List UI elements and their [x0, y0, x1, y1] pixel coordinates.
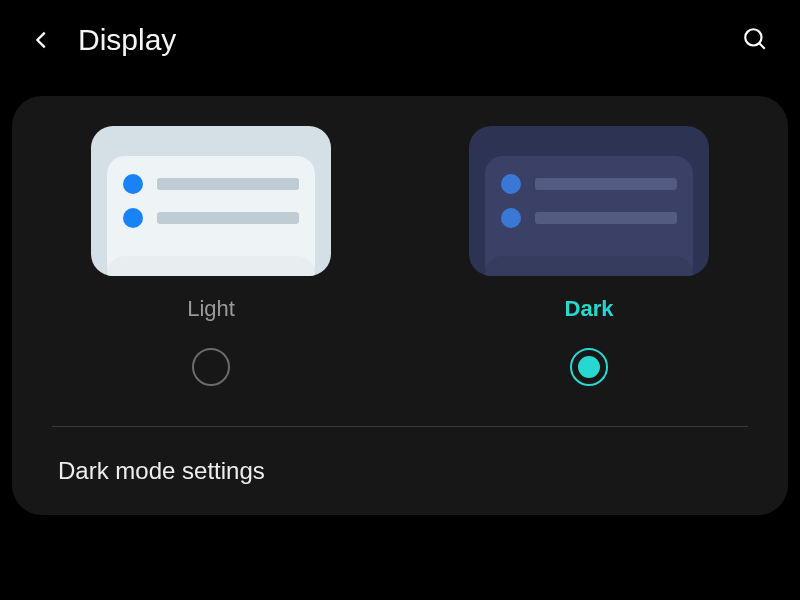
preview-dot-icon	[501, 208, 521, 228]
chevron-left-icon	[31, 29, 53, 51]
theme-label-light: Light	[187, 296, 235, 322]
preview-line	[123, 174, 299, 194]
theme-option-light[interactable]: Light	[52, 126, 370, 386]
light-theme-preview	[91, 126, 331, 276]
svg-line-1	[759, 43, 764, 48]
preview-reflection	[485, 256, 693, 276]
preview-dot-icon	[123, 208, 143, 228]
preview-bar	[157, 178, 299, 190]
radio-light[interactable]	[192, 348, 230, 386]
search-icon	[742, 26, 768, 52]
preview-bar	[157, 212, 299, 224]
preview-reflection	[107, 256, 315, 276]
page-title: Display	[78, 23, 176, 57]
search-button[interactable]	[742, 26, 770, 54]
preview-bar	[535, 178, 677, 190]
radio-dark[interactable]	[570, 348, 608, 386]
preview-dot-icon	[501, 174, 521, 194]
theme-label-dark: Dark	[565, 296, 614, 322]
app-header: Display	[0, 0, 800, 80]
radio-inner-dot-icon	[578, 356, 600, 378]
theme-selector-row: Light Dark	[52, 126, 748, 386]
preview-line	[501, 174, 677, 194]
preview-bar	[535, 212, 677, 224]
dark-mode-settings-item[interactable]: Dark mode settings	[52, 427, 748, 515]
svg-point-0	[745, 29, 761, 45]
display-settings-card: Light Dark	[12, 96, 788, 515]
preview-dot-icon	[123, 174, 143, 194]
preview-line	[123, 208, 299, 228]
back-button[interactable]	[30, 28, 54, 52]
theme-option-dark[interactable]: Dark	[430, 126, 748, 386]
preview-line	[501, 208, 677, 228]
dark-theme-preview	[469, 126, 709, 276]
